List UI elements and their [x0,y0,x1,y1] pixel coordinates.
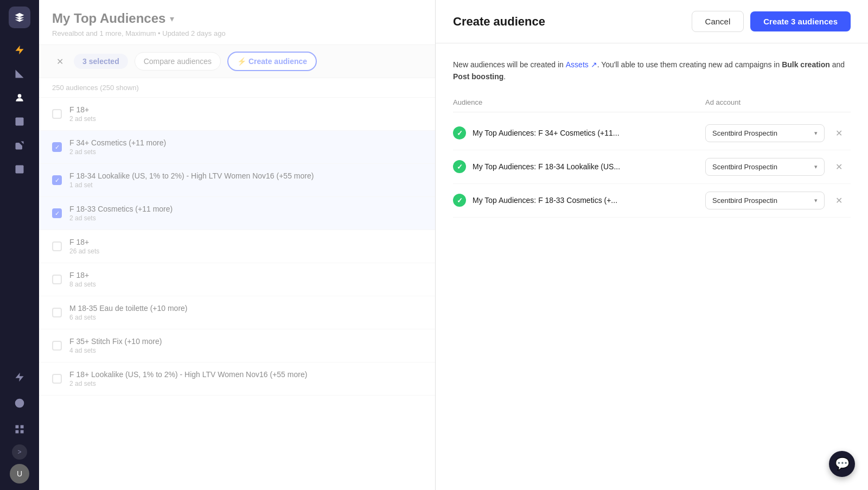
audience-checkbox[interactable] [52,208,62,218]
audience-name: F 34+ Cosmetics (+11 more) [69,138,422,147]
audience-info: F 18+ Lookalike (US, 1% to 2%) - High LT… [69,370,422,387]
success-icon [453,194,466,207]
audience-row-name: My Top Audiences: F 18-34 Lookalike (US.… [453,160,699,173]
audience-meta: 2 ad sets [69,115,422,123]
audience-checkbox[interactable] [52,374,62,384]
sidebar-expand-btn[interactable]: > [12,444,27,460]
left-panel-header: My Top Audiences ▾ Revealbot and 1 more,… [39,0,435,45]
ad-account-dropdown[interactable]: Scentbird Prospectin ▾ [705,192,825,209]
remove-row-button[interactable]: ✕ [831,159,846,174]
sidebar-item-image[interactable] [9,111,30,132]
remove-row-button[interactable]: ✕ [831,125,846,141]
sidebar-item-chart[interactable] [9,63,30,85]
audience-checkbox[interactable] [52,308,62,317]
assets-link[interactable]: Assets [566,60,597,69]
audience-list-item[interactable]: F 18-33 Cosmetics (+11 more) 2 ad sets [39,197,435,230]
audience-list-item[interactable]: F 35+ Stitch Fix (+10 more) 4 ad sets [39,329,435,362]
ad-account-dropdown[interactable]: Scentbird Prospectin ▾ [705,158,825,176]
audience-info: F 18+ 26 ad sets [69,238,422,255]
sidebar-item-globe[interactable] [9,392,30,414]
table-row: My Top Audiences: F 18-34 Lookalike (US.… [453,150,851,184]
sidebar-item-audience[interactable] [9,87,30,109]
dropdown-chevron-icon: ▾ [814,163,818,170]
modal-title: Create audience [453,15,545,29]
svg-rect-6 [21,425,24,429]
audience-row-label: My Top Audiences: F 18-33 Cosmetics (+..… [473,196,617,205]
audience-row-name: My Top Audiences: F 34+ Cosmetics (+11..… [453,126,699,139]
audience-table: My Top Audiences: F 34+ Cosmetics (+11..… [453,117,851,218]
sidebar-item-lightning[interactable] [9,39,30,61]
info-text-mid: . You'll able to use them creating new a… [597,60,782,69]
right-panel: Create audience Cancel Create 3 audience… [435,0,868,490]
sidebar-item-grid[interactable] [9,418,30,440]
info-text-end: . [503,72,506,81]
audience-list: F 18+ 2 ad sets F 34+ Cosmetics (+11 mor… [39,98,435,490]
sidebar-item-link[interactable] [9,135,30,156]
title-dropdown-icon[interactable]: ▾ [170,14,174,24]
audience-info: F 18-34 Lookalike (US, 1% to 2%) - High … [69,171,422,189]
right-content: New audiences will be created in Assets.… [436,43,868,490]
audience-row-label: My Top Audiences: F 18-34 Lookalike (US.… [473,162,620,171]
audience-row-name: My Top Audiences: F 18-33 Cosmetics (+..… [453,194,699,207]
audience-name: F 18-33 Cosmetics (+11 more) [69,205,422,213]
ad-account-value: Scentbird Prospectin [712,163,777,171]
sidebar: > U [0,0,39,490]
audience-list-item[interactable]: M 18-35 Eau de toilette (+10 more) 6 ad … [39,296,435,329]
audience-info: F 18+ 2 ad sets [69,105,422,123]
svg-rect-7 [16,430,19,434]
col-audience-label: Audience [453,98,699,106]
audience-meta: 2 ad sets [69,380,422,387]
app-logo[interactable] [9,7,30,28]
table-row: My Top Audiences: F 34+ Cosmetics (+11..… [453,117,851,150]
page-title: My Top Audiences [52,11,165,26]
audience-list-item[interactable]: F 18-34 Lookalike (US, 1% to 2%) - High … [39,164,435,197]
create-audiences-button[interactable]: Create 3 audiences [750,11,851,31]
table-row: My Top Audiences: F 18-33 Cosmetics (+..… [453,184,851,218]
audience-list-item[interactable]: F 18+ 2 ad sets [39,98,435,131]
audience-meta: 2 ad sets [69,214,422,222]
create-audience-toolbar-label: ⚡ Create audience [237,57,307,66]
info-text-and: and [830,60,845,69]
success-icon [453,160,466,173]
audience-name: F 18-34 Lookalike (US, 1% to 2%) - High … [69,171,422,180]
chat-button[interactable]: 💬 [829,451,855,477]
bulk-creation-text: Bulk creation [782,60,830,69]
audience-checkbox[interactable] [52,275,62,284]
audience-list-item[interactable]: F 18+ 8 ad sets [39,263,435,296]
info-text: New audiences will be created in Assets.… [453,59,851,83]
audience-list-item[interactable]: F 34+ Cosmetics (+11 more) 2 ad sets [39,131,435,164]
compare-audiences-btn[interactable]: Compare audiences [135,52,221,71]
sidebar-item-lightning-2[interactable] [9,366,30,388]
audience-info: M 18-35 Eau de toilette (+10 more) 6 ad … [69,304,422,321]
audience-list-item[interactable]: F 18+ 26 ad sets [39,230,435,263]
create-audience-toolbar-btn[interactable]: ⚡ Create audience [227,52,317,71]
ad-account-dropdown[interactable]: Scentbird Prospectin ▾ [705,124,825,142]
info-text-start: New audiences will be created in [453,60,566,69]
sidebar-bottom: > U [9,366,30,483]
audience-name: F 18+ [69,271,422,279]
audience-checkbox[interactable] [52,109,62,119]
remove-row-button[interactable]: ✕ [831,193,846,208]
audience-meta: 4 ad sets [69,347,422,354]
audience-info: F 18+ 8 ad sets [69,271,422,288]
audience-name: F 18+ [69,105,422,114]
audience-checkbox[interactable] [52,175,62,185]
page-subtitle: Revealbot and 1 more, Maximum • Updated … [52,29,226,37]
table-header: Audience Ad account [453,98,851,112]
page-title-row: My Top Audiences ▾ [52,11,422,26]
audience-list-item[interactable]: F 18+ Lookalike (US, 1% to 2%) - High LT… [39,362,435,396]
audience-checkbox[interactable] [52,142,62,152]
ad-account-value: Scentbird Prospectin [712,129,777,137]
svg-point-0 [18,94,22,98]
audience-meta: 1 ad set [69,181,422,189]
cancel-button[interactable]: Cancel [692,11,744,32]
avatar[interactable]: U [10,464,29,483]
success-icon [453,126,466,139]
svg-rect-3 [16,166,24,174]
post-boosting-text: Post boosting [453,72,503,81]
toolbar-close-btn[interactable]: ✕ [52,54,67,69]
audience-checkbox[interactable] [52,341,62,351]
sidebar-item-add[interactable] [9,158,30,180]
audience-checkbox[interactable] [52,241,62,251]
right-header: Create audience Cancel Create 3 audience… [436,0,868,43]
